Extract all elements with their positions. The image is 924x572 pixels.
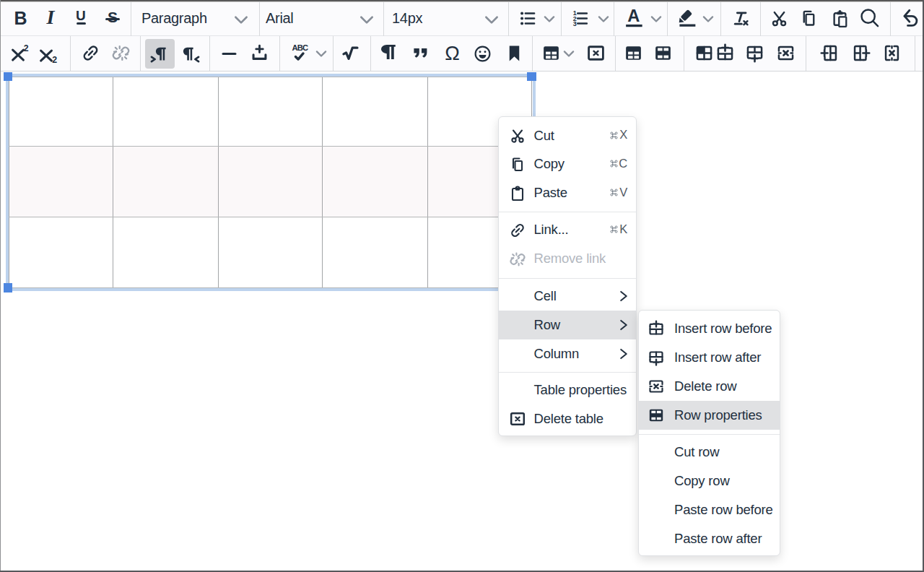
svg-text:A: A: [627, 6, 640, 25]
svg-text:ABC: ABC: [292, 43, 308, 52]
svg-text:2: 2: [52, 55, 57, 65]
svg-text:Ω: Ω: [445, 41, 460, 64]
svg-text:2: 2: [24, 43, 29, 53]
svg-text:3: 3: [572, 20, 576, 27]
